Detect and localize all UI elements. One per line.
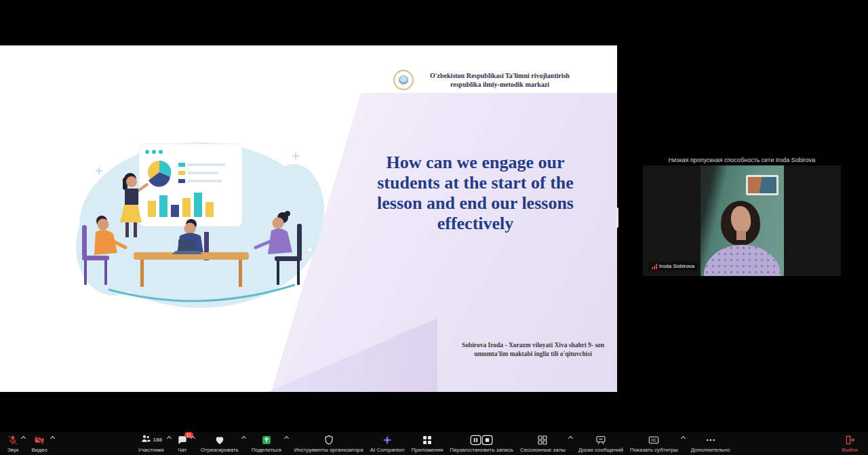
reactions-button[interactable]: Отреагировать	[197, 432, 248, 455]
footer-line1: Sobirova Iroda - Xorazm viloyati Xiva sh…	[442, 341, 617, 350]
svg-text:CC: CC	[651, 438, 656, 442]
ai-companion-icon	[382, 435, 393, 446]
share-screen-icon	[261, 435, 272, 446]
ai-companion-button[interactable]: AI Companion	[367, 432, 408, 455]
org-line1: O'zbekiston Respublikasi Ta'limni rivojl…	[415, 71, 585, 80]
chat-chevron-icon[interactable]	[191, 437, 195, 441]
leave-meeting-button[interactable]: Выйти	[838, 432, 861, 455]
reactions-chevron-icon[interactable]	[242, 437, 246, 441]
panel-divider-handle[interactable]	[616, 207, 618, 228]
share-chevron-icon[interactable]	[285, 437, 289, 441]
meeting-window: O'zbekiston Respublikasi Ta'limni rivojl…	[0, 0, 868, 455]
record-label: Пауза/остановить запись	[450, 447, 513, 453]
webcam-video	[701, 165, 784, 276]
captions-button[interactable]: CC Показать субтитры	[627, 432, 688, 455]
captions-chevron-icon[interactable]	[682, 437, 686, 441]
org-line2: respublika ilmiy-metodik markazi	[415, 80, 585, 89]
picture-frame-art	[748, 177, 776, 193]
breakout-rooms-icon	[537, 435, 548, 446]
participants-icon	[140, 433, 151, 447]
leave-meeting-label: Выйти	[842, 447, 858, 453]
record-controls-icon	[470, 435, 493, 446]
audio-options-chevron-icon[interactable]	[22, 437, 26, 441]
apps-button[interactable]: Приложения	[408, 432, 446, 455]
participant-name-tag: Iroda Sobirova	[648, 262, 698, 271]
mute-label: Звук	[7, 447, 18, 453]
video-label: Видео	[31, 447, 47, 453]
breakout-rooms-label: Сессионные залы	[520, 447, 566, 453]
mute-button[interactable]: Звук	[4, 432, 28, 455]
leave-meeting-icon	[844, 435, 855, 446]
participants-chevron-icon[interactable]	[167, 437, 172, 441]
share-screen-button[interactable]: Поделиться	[248, 432, 291, 455]
share-screen-label: Поделиться	[252, 447, 281, 453]
poor-connection-icon	[652, 264, 657, 269]
footer-line2: umumta'lim maktabi ingliz tili o'qituvch…	[442, 350, 617, 359]
shared-screen: O'zbekiston Respublikasi Ta'limni rivojl…	[0, 45, 617, 392]
reactions-heart-icon	[214, 435, 225, 446]
toolbar-left-group: Звук Видео	[4, 432, 57, 455]
slide-title: How can we engage our students at the st…	[366, 153, 585, 234]
bandwidth-warning: Низкая пропускная способность сети Iroda…	[643, 157, 841, 163]
participants-label: Участники	[138, 447, 164, 453]
more-label: Дополнительно	[691, 447, 730, 453]
video-options-chevron-icon[interactable]	[51, 437, 55, 441]
closed-captions-icon: CC	[648, 435, 659, 446]
host-tools-label: Инструменты организатора	[294, 447, 363, 453]
chat-button[interactable]: Чат 11	[174, 432, 197, 455]
host-tools-shield-icon	[323, 435, 334, 446]
toolbar-right-group: Выйти	[838, 432, 861, 455]
ai-companion-label: AI Companion	[370, 447, 405, 453]
camera-muted-icon	[34, 435, 45, 446]
host-tools-button[interactable]: Инструменты организатора	[291, 432, 367, 455]
breakout-rooms-button[interactable]: Сессионные залы	[517, 432, 575, 455]
video-tile[interactable]: Iroda Sobirova	[643, 165, 841, 276]
slide-org-header: O'zbekiston Respublikasi Ta'limni rivojl…	[415, 71, 585, 89]
chat-label: Чат	[178, 447, 186, 453]
meeting-toolbar: Звук Видео	[0, 432, 868, 455]
slide-footer: Sobirova Iroda - Xorazm viloyati Xiva sh…	[442, 341, 617, 358]
participant-neck	[736, 231, 746, 240]
participant-name: Iroda Sobirova	[659, 263, 694, 269]
uzbekistan-emblem-icon	[393, 70, 414, 90]
more-ellipsis-icon	[705, 435, 716, 446]
apps-label: Приложения	[411, 447, 443, 453]
microphone-muted-icon	[7, 435, 18, 446]
picture-frame	[746, 175, 778, 195]
record-pause-stop-button[interactable]: Пауза/остановить запись	[446, 432, 517, 455]
more-button[interactable]: Дополнительно	[688, 432, 734, 455]
whiteboard-icon	[595, 435, 606, 446]
apps-grid-icon	[422, 435, 433, 446]
video-button[interactable]: Видео	[28, 432, 56, 455]
captions-label: Показать субтитры	[630, 447, 678, 453]
reactions-label: Отреагировать	[201, 447, 239, 453]
participants-count: 188	[153, 437, 162, 443]
breakout-chevron-icon[interactable]	[569, 437, 573, 441]
whiteboards-button[interactable]: Доски сообщений	[575, 432, 627, 455]
emblem-core	[399, 75, 408, 85]
whiteboards-label: Доски сообщений	[578, 447, 623, 453]
meeting-illustration	[71, 130, 329, 327]
toolbar-center-group: 188 Участники Чат 11	[135, 432, 734, 455]
participant-shoulders	[704, 245, 781, 276]
participants-button[interactable]: 188 Участники	[135, 432, 174, 455]
